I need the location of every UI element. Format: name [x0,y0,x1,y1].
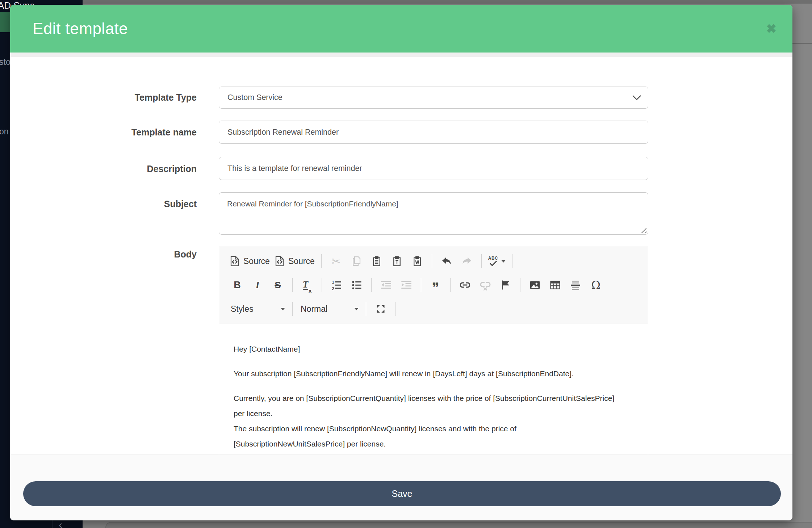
toolbar-separator [481,254,482,268]
background-panel-corner [105,522,812,528]
caret-down-icon [281,308,285,310]
toolbar-separator [366,302,366,316]
source-button-label: Source [243,256,270,266]
modal-title: Edit template [33,5,128,53]
unlink-button[interactable] [475,277,495,293]
sidebar-footer-divider [52,520,53,528]
body-paragraph: Your subscription [SubscriptionFriendlyN… [234,366,618,381]
description-input[interactable] [219,157,648,180]
copy-button[interactable] [346,253,367,269]
paragraph-format-dropdown[interactable]: Normal [297,301,361,317]
source-button[interactable]: Source [227,253,272,269]
template-type-label: Template Type [10,92,197,103]
svg-text:1: 1 [332,280,334,284]
sidebar-item-partial-1[interactable]: sto [0,57,11,67]
blockquote-button[interactable]: ❞ [426,274,446,296]
subject-field-wrapper: Renewal Reminder for [SubscriptionFriend… [219,192,648,235]
italic-button[interactable]: I [247,277,268,293]
subject-textarea[interactable]: Renewal Reminder for [SubscriptionFriend… [219,192,648,235]
close-icon[interactable]: ✖ [766,5,777,53]
toolbar-separator [512,254,512,268]
blockquote-icon: ❞ [432,284,439,292]
horizontal-line-button[interactable] [565,277,586,293]
numbered-list-icon: 1 2 [331,280,342,290]
spell-check-icon: ABC [488,256,498,266]
modal-footer: Save [10,454,792,520]
image-icon [530,280,540,290]
description-label: Description [10,164,197,174]
special-character-button[interactable]: Ω [586,277,606,293]
redo-button[interactable] [457,253,477,269]
scissors-icon: ✂ [331,255,340,268]
toolbar-row-3: Styles Normal [227,297,644,321]
link-button[interactable] [455,277,475,293]
source-button-label: Source [288,256,315,266]
toolbar-separator [321,254,322,268]
strikethrough-button[interactable]: S [268,277,288,293]
anchor-button[interactable] [495,277,516,293]
paste-text-icon [392,256,402,267]
bulleted-list-button[interactable] [347,277,367,293]
paste-word-icon [412,256,423,267]
editor-toolbar: Source Source ✂ [219,247,648,323]
omega-icon: Ω [591,278,600,292]
bulleted-list-icon [351,280,362,290]
increase-indent-button[interactable] [396,277,417,293]
editor-content-area[interactable]: Hey [ContactName] Your subscription [Sub… [219,323,648,452]
paste-button[interactable] [367,253,387,269]
maximize-button[interactable] [371,301,391,317]
table-icon [550,280,561,290]
template-name-input[interactable] [219,121,648,144]
link-icon [459,279,471,291]
flag-icon [500,280,511,290]
paste-from-word-button[interactable] [407,253,427,269]
source-button-2[interactable]: Source [272,253,317,269]
template-name-label: Template name [10,127,197,138]
spell-check-button[interactable]: ABC [486,253,508,269]
remove-format-icon: T [303,280,308,290]
save-button[interactable]: Save [23,481,781,506]
toolbar-separator [520,278,520,292]
unlink-icon [480,279,491,291]
undo-button[interactable] [436,253,457,269]
body-label: Body [10,249,197,260]
image-button[interactable] [525,277,545,293]
source-code-icon [229,256,240,267]
body-line: The subscription will renew [Subscriptio… [234,421,618,452]
table-button[interactable] [545,277,565,293]
body-line: Currently, you are on [SubscriptionCurre… [234,391,618,421]
toolbar-separator [421,278,421,292]
body-paragraph: Hey [ContactName] [234,341,618,357]
sidebar-item-partial-2[interactable]: on [0,127,9,137]
decrease-indent-button[interactable] [376,277,396,293]
screen: AD Sync sto on ‹ Edit template ✖ Templat… [0,0,812,528]
paste-icon [371,256,382,267]
toolbar-separator [322,278,322,292]
template-type-value: Custom Service [227,93,282,102]
bold-button[interactable]: B [227,277,247,293]
horizontal-line-icon [570,280,581,290]
redo-arrow-icon [461,255,473,267]
toolbar-separator [450,278,451,292]
format-dropdown-label: Normal [301,304,327,314]
template-type-select[interactable]: Custom Service [219,87,648,109]
paste-plain-text-button[interactable] [387,253,407,269]
background-topbar [83,0,812,4]
toolbar-row-2: B I S T x 1 2 [227,273,644,297]
modal-header: Edit template ✖ [10,5,792,53]
toolbar-separator [371,278,372,292]
maximize-icon [376,304,386,314]
chevron-down-icon [632,95,641,101]
numbered-list-button[interactable]: 1 2 [326,277,347,293]
remove-format-button[interactable]: T x [297,277,317,293]
toolbar-row-1: Source Source ✂ [227,249,644,273]
header-shadow-strip [10,53,792,57]
caret-down-icon [501,260,506,263]
cut-button[interactable]: ✂ [326,253,346,269]
svg-text:2: 2 [332,286,334,290]
styles-dropdown[interactable]: Styles [227,301,288,317]
edit-template-modal: Edit template ✖ Template Type Template n… [10,5,792,520]
toolbar-separator [292,278,293,292]
undo-arrow-icon [441,255,452,267]
body-paragraph: Currently, you are on [SubscriptionCurre… [234,391,618,452]
